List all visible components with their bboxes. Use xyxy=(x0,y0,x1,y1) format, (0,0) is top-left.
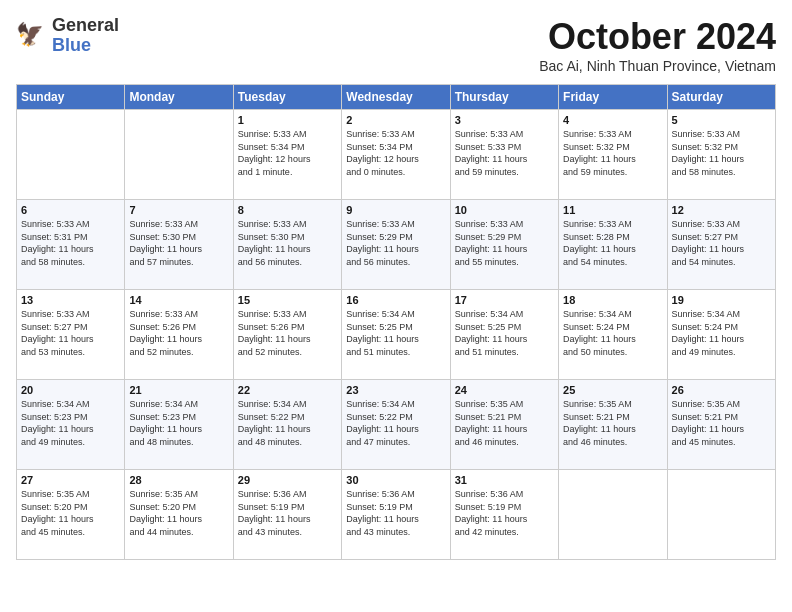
logo: 🦅 General Blue xyxy=(16,16,119,56)
day-number: 19 xyxy=(672,294,771,306)
day-info: Sunrise: 5:35 AM Sunset: 5:21 PM Dayligh… xyxy=(563,398,662,448)
calendar-cell: 11Sunrise: 5:33 AM Sunset: 5:28 PM Dayli… xyxy=(559,200,667,290)
day-number: 7 xyxy=(129,204,228,216)
logo-line1: General xyxy=(52,16,119,36)
day-number: 11 xyxy=(563,204,662,216)
day-number: 29 xyxy=(238,474,337,486)
calendar-cell: 20Sunrise: 5:34 AM Sunset: 5:23 PM Dayli… xyxy=(17,380,125,470)
day-number: 27 xyxy=(21,474,120,486)
weekday-header: Tuesday xyxy=(233,85,341,110)
day-number: 15 xyxy=(238,294,337,306)
calendar-cell: 26Sunrise: 5:35 AM Sunset: 5:21 PM Dayli… xyxy=(667,380,775,470)
day-number: 24 xyxy=(455,384,554,396)
calendar-cell: 21Sunrise: 5:34 AM Sunset: 5:23 PM Dayli… xyxy=(125,380,233,470)
day-info: Sunrise: 5:35 AM Sunset: 5:21 PM Dayligh… xyxy=(455,398,554,448)
svg-text:🦅: 🦅 xyxy=(16,21,44,48)
day-info: Sunrise: 5:33 AM Sunset: 5:27 PM Dayligh… xyxy=(21,308,120,358)
calendar-cell: 12Sunrise: 5:33 AM Sunset: 5:27 PM Dayli… xyxy=(667,200,775,290)
month-title: October 2024 xyxy=(539,16,776,58)
day-number: 10 xyxy=(455,204,554,216)
day-info: Sunrise: 5:33 AM Sunset: 5:32 PM Dayligh… xyxy=(672,128,771,178)
weekday-header: Friday xyxy=(559,85,667,110)
calendar-cell xyxy=(17,110,125,200)
day-info: Sunrise: 5:33 AM Sunset: 5:34 PM Dayligh… xyxy=(346,128,445,178)
calendar-cell: 28Sunrise: 5:35 AM Sunset: 5:20 PM Dayli… xyxy=(125,470,233,560)
logo-icon: 🦅 xyxy=(16,20,48,52)
weekday-header: Monday xyxy=(125,85,233,110)
day-info: Sunrise: 5:33 AM Sunset: 5:26 PM Dayligh… xyxy=(129,308,228,358)
day-info: Sunrise: 5:36 AM Sunset: 5:19 PM Dayligh… xyxy=(346,488,445,538)
day-info: Sunrise: 5:33 AM Sunset: 5:28 PM Dayligh… xyxy=(563,218,662,268)
calendar-week-row: 1Sunrise: 5:33 AM Sunset: 5:34 PM Daylig… xyxy=(17,110,776,200)
day-number: 18 xyxy=(563,294,662,306)
day-info: Sunrise: 5:36 AM Sunset: 5:19 PM Dayligh… xyxy=(238,488,337,538)
weekday-header: Wednesday xyxy=(342,85,450,110)
calendar-cell: 10Sunrise: 5:33 AM Sunset: 5:29 PM Dayli… xyxy=(450,200,558,290)
day-info: Sunrise: 5:34 AM Sunset: 5:24 PM Dayligh… xyxy=(563,308,662,358)
calendar-cell: 19Sunrise: 5:34 AM Sunset: 5:24 PM Dayli… xyxy=(667,290,775,380)
weekday-header: Saturday xyxy=(667,85,775,110)
calendar-cell: 16Sunrise: 5:34 AM Sunset: 5:25 PM Dayli… xyxy=(342,290,450,380)
day-info: Sunrise: 5:33 AM Sunset: 5:34 PM Dayligh… xyxy=(238,128,337,178)
day-info: Sunrise: 5:34 AM Sunset: 5:22 PM Dayligh… xyxy=(238,398,337,448)
day-info: Sunrise: 5:33 AM Sunset: 5:33 PM Dayligh… xyxy=(455,128,554,178)
weekday-header: Thursday xyxy=(450,85,558,110)
day-number: 2 xyxy=(346,114,445,126)
day-number: 26 xyxy=(672,384,771,396)
calendar-week-row: 27Sunrise: 5:35 AM Sunset: 5:20 PM Dayli… xyxy=(17,470,776,560)
calendar-week-row: 13Sunrise: 5:33 AM Sunset: 5:27 PM Dayli… xyxy=(17,290,776,380)
calendar-cell: 8Sunrise: 5:33 AM Sunset: 5:30 PM Daylig… xyxy=(233,200,341,290)
calendar-cell: 27Sunrise: 5:35 AM Sunset: 5:20 PM Dayli… xyxy=(17,470,125,560)
day-number: 8 xyxy=(238,204,337,216)
calendar-cell: 2Sunrise: 5:33 AM Sunset: 5:34 PM Daylig… xyxy=(342,110,450,200)
subtitle: Bac Ai, Ninh Thuan Province, Vietnam xyxy=(539,58,776,74)
calendar-cell: 24Sunrise: 5:35 AM Sunset: 5:21 PM Dayli… xyxy=(450,380,558,470)
calendar-week-row: 6Sunrise: 5:33 AM Sunset: 5:31 PM Daylig… xyxy=(17,200,776,290)
day-number: 4 xyxy=(563,114,662,126)
day-number: 31 xyxy=(455,474,554,486)
day-info: Sunrise: 5:33 AM Sunset: 5:29 PM Dayligh… xyxy=(346,218,445,268)
calendar-cell: 3Sunrise: 5:33 AM Sunset: 5:33 PM Daylig… xyxy=(450,110,558,200)
day-info: Sunrise: 5:33 AM Sunset: 5:32 PM Dayligh… xyxy=(563,128,662,178)
calendar-cell: 25Sunrise: 5:35 AM Sunset: 5:21 PM Dayli… xyxy=(559,380,667,470)
calendar-cell: 13Sunrise: 5:33 AM Sunset: 5:27 PM Dayli… xyxy=(17,290,125,380)
calendar-week-row: 20Sunrise: 5:34 AM Sunset: 5:23 PM Dayli… xyxy=(17,380,776,470)
day-info: Sunrise: 5:34 AM Sunset: 5:23 PM Dayligh… xyxy=(21,398,120,448)
calendar-cell: 30Sunrise: 5:36 AM Sunset: 5:19 PM Dayli… xyxy=(342,470,450,560)
day-number: 28 xyxy=(129,474,228,486)
calendar-table: SundayMondayTuesdayWednesdayThursdayFrid… xyxy=(16,84,776,560)
calendar-cell xyxy=(559,470,667,560)
day-number: 17 xyxy=(455,294,554,306)
day-info: Sunrise: 5:34 AM Sunset: 5:22 PM Dayligh… xyxy=(346,398,445,448)
day-info: Sunrise: 5:33 AM Sunset: 5:27 PM Dayligh… xyxy=(672,218,771,268)
calendar-cell: 31Sunrise: 5:36 AM Sunset: 5:19 PM Dayli… xyxy=(450,470,558,560)
day-number: 25 xyxy=(563,384,662,396)
calendar-cell: 7Sunrise: 5:33 AM Sunset: 5:30 PM Daylig… xyxy=(125,200,233,290)
calendar-cell: 5Sunrise: 5:33 AM Sunset: 5:32 PM Daylig… xyxy=(667,110,775,200)
calendar-cell: 18Sunrise: 5:34 AM Sunset: 5:24 PM Dayli… xyxy=(559,290,667,380)
day-info: Sunrise: 5:33 AM Sunset: 5:29 PM Dayligh… xyxy=(455,218,554,268)
calendar-cell: 9Sunrise: 5:33 AM Sunset: 5:29 PM Daylig… xyxy=(342,200,450,290)
day-info: Sunrise: 5:35 AM Sunset: 5:20 PM Dayligh… xyxy=(21,488,120,538)
calendar-body: 1Sunrise: 5:33 AM Sunset: 5:34 PM Daylig… xyxy=(17,110,776,560)
calendar-cell: 23Sunrise: 5:34 AM Sunset: 5:22 PM Dayli… xyxy=(342,380,450,470)
day-number: 14 xyxy=(129,294,228,306)
calendar-cell: 1Sunrise: 5:33 AM Sunset: 5:34 PM Daylig… xyxy=(233,110,341,200)
day-number: 23 xyxy=(346,384,445,396)
day-info: Sunrise: 5:34 AM Sunset: 5:25 PM Dayligh… xyxy=(346,308,445,358)
day-number: 30 xyxy=(346,474,445,486)
day-info: Sunrise: 5:33 AM Sunset: 5:26 PM Dayligh… xyxy=(238,308,337,358)
day-info: Sunrise: 5:34 AM Sunset: 5:25 PM Dayligh… xyxy=(455,308,554,358)
day-info: Sunrise: 5:36 AM Sunset: 5:19 PM Dayligh… xyxy=(455,488,554,538)
calendar-cell: 6Sunrise: 5:33 AM Sunset: 5:31 PM Daylig… xyxy=(17,200,125,290)
day-info: Sunrise: 5:33 AM Sunset: 5:30 PM Dayligh… xyxy=(238,218,337,268)
day-info: Sunrise: 5:33 AM Sunset: 5:30 PM Dayligh… xyxy=(129,218,228,268)
logo-line2: Blue xyxy=(52,36,119,56)
day-info: Sunrise: 5:35 AM Sunset: 5:20 PM Dayligh… xyxy=(129,488,228,538)
day-info: Sunrise: 5:34 AM Sunset: 5:23 PM Dayligh… xyxy=(129,398,228,448)
day-number: 20 xyxy=(21,384,120,396)
day-number: 16 xyxy=(346,294,445,306)
weekday-header-row: SundayMondayTuesdayWednesdayThursdayFrid… xyxy=(17,85,776,110)
day-number: 6 xyxy=(21,204,120,216)
calendar-cell: 14Sunrise: 5:33 AM Sunset: 5:26 PM Dayli… xyxy=(125,290,233,380)
